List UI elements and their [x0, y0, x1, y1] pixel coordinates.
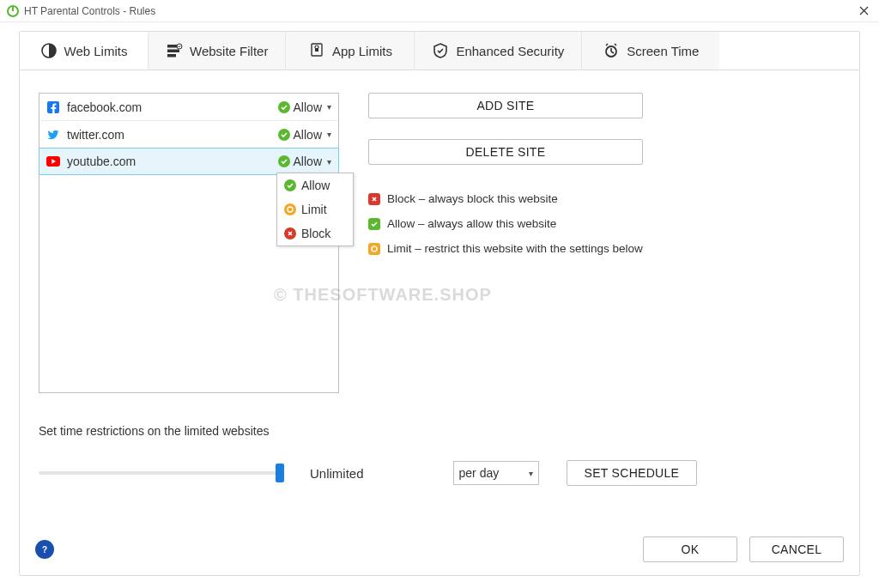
chevron-down-icon: ▾: [327, 130, 331, 139]
status-selector[interactable]: Allow ▾: [276, 128, 333, 142]
svg-point-12: [372, 246, 377, 252]
block-icon: [368, 193, 380, 205]
status-dropdown[interactable]: Allow Limit Block: [276, 173, 354, 246]
globe-icon: [40, 42, 58, 59]
time-restrictions: Set time restrictions on the limited web…: [39, 424, 840, 486]
tab-app-limits[interactable]: App Limits: [286, 32, 415, 70]
delete-site-button[interactable]: DELETE SITE: [368, 139, 643, 165]
help-button[interactable]: ?: [35, 540, 54, 559]
allow-icon: [368, 218, 380, 230]
tab-screen-time[interactable]: Screen Time: [582, 32, 719, 70]
tab-enhanced-security[interactable]: Enhanced Security: [415, 32, 582, 70]
menu-label: Limit: [301, 203, 327, 216]
svg-text:?: ?: [42, 545, 47, 555]
app-icon: [7, 5, 19, 17]
status-label: Allow: [294, 100, 322, 114]
status-selector[interactable]: Allow ▾: [276, 100, 333, 114]
lock-icon: [308, 42, 325, 59]
limit-icon: [284, 203, 296, 215]
status-label: Allow: [294, 155, 322, 168]
legend-text-limit: Limit – restrict this website with the s…: [387, 242, 643, 255]
chevron-down-icon: ▾: [327, 102, 331, 112]
time-unit-select[interactable]: per day ▾: [453, 461, 539, 485]
tab-label: Web Limits: [64, 44, 128, 58]
shield-icon: [432, 42, 449, 59]
limit-icon: [368, 243, 380, 255]
list-item[interactable]: youtube.com Allow ▾: [39, 148, 339, 175]
block-icon: [284, 227, 296, 239]
slider-value-label: Unlimited: [310, 466, 364, 481]
window-title: HT Parental Controls - Rules: [24, 5, 155, 17]
twitter-icon: [46, 128, 60, 142]
status-selector[interactable]: Allow ▾: [276, 155, 333, 168]
content: facebook.com Allow ▾: [20, 70, 859, 515]
site-list[interactable]: facebook.com Allow ▾: [39, 93, 339, 393]
select-value: per day: [459, 466, 500, 480]
titlebar: HT Parental Controls - Rules: [0, 0, 879, 22]
svg-rect-4: [167, 54, 176, 58]
menu-item-block[interactable]: Block: [277, 221, 353, 246]
ok-button[interactable]: OK: [643, 536, 737, 562]
list-item[interactable]: twitter.com Allow ▾: [39, 121, 338, 149]
tab-website-filter[interactable]: Website Filter: [149, 32, 286, 70]
dialog-footer: ? OK CANCEL: [20, 524, 859, 575]
slider-thumb[interactable]: [276, 464, 284, 482]
tab-label: Website Filter: [190, 44, 268, 58]
svg-point-11: [288, 207, 293, 212]
facebook-icon: [46, 100, 60, 114]
menu-item-limit[interactable]: Limit: [277, 197, 353, 221]
chevron-down-icon: ▾: [327, 157, 331, 167]
svg-rect-7: [315, 48, 318, 52]
youtube-icon: [46, 155, 60, 168]
svg-rect-3: [167, 50, 179, 53]
menu-label: Allow: [301, 179, 330, 192]
add-site-button[interactable]: ADD SITE: [368, 93, 643, 118]
clock-icon: [603, 42, 620, 59]
filter-icon: [166, 42, 183, 59]
legend-text-allow: Allow – always allow this website: [387, 217, 556, 230]
allow-icon: [278, 155, 290, 167]
cancel-button[interactable]: CANCEL: [749, 536, 844, 562]
site-name: facebook.com: [67, 100, 142, 114]
chevron-down-icon: ▾: [529, 469, 533, 478]
tab-label: App Limits: [332, 44, 392, 58]
tab-label: Enhanced Security: [456, 44, 564, 58]
dialog-body: Web Limits Website Filter: [19, 31, 860, 576]
close-button[interactable]: [853, 3, 874, 20]
right-column: ADD SITE DELETE SITE Block – always bloc…: [368, 93, 643, 255]
menu-item-allow[interactable]: Allow: [277, 173, 353, 197]
list-item[interactable]: facebook.com Allow ▾: [39, 94, 338, 121]
tab-web-limits[interactable]: Web Limits: [20, 32, 149, 70]
site-name: youtube.com: [67, 155, 136, 168]
tab-label: Screen Time: [627, 44, 699, 58]
site-name: twitter.com: [67, 128, 124, 142]
allow-icon: [278, 129, 290, 141]
time-restrictions-label: Set time restrictions on the limited web…: [39, 424, 840, 438]
set-schedule-button[interactable]: SET SCHEDULE: [567, 460, 698, 486]
allow-icon: [278, 101, 290, 113]
allow-icon: [284, 179, 296, 191]
status-label: Allow: [294, 128, 322, 142]
tabs: Web Limits Website Filter: [20, 32, 859, 70]
menu-label: Block: [301, 227, 330, 240]
time-limit-slider[interactable]: [39, 466, 279, 480]
status-legend: Block – always block this website Allow …: [368, 192, 643, 255]
legend-text-block: Block – always block this website: [387, 192, 558, 205]
